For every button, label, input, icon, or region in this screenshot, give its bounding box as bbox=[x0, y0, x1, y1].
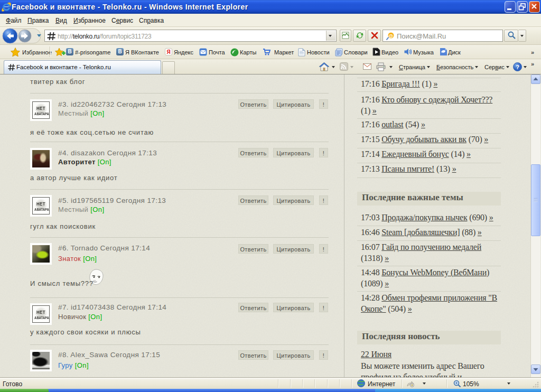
svg-text:?: ? bbox=[516, 64, 519, 70]
svg-text:@: @ bbox=[389, 33, 394, 39]
